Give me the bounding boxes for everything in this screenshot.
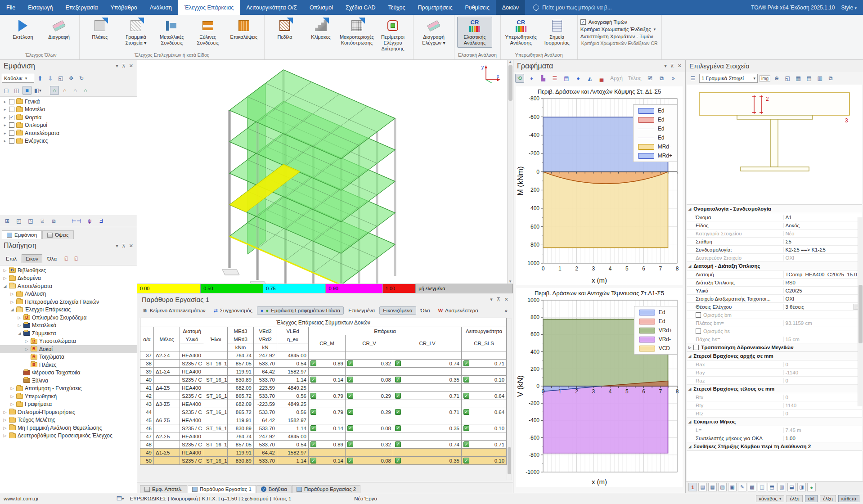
tool-icon-5[interactable]: ▣ (728, 483, 737, 491)
expand-icon[interactable]: ▷ (10, 394, 14, 399)
ribbon-button-περίμετροι-ελέγχου-διάτρησης[interactable]: Περίμετροι Ελέγχου Διάτρησης (375, 17, 410, 54)
tool-icon-10[interactable]: ▥ (778, 483, 786, 491)
model-view-icon[interactable]: ⌂ (50, 86, 59, 95)
tool-icon-3[interactable]: ▦ (708, 483, 717, 491)
col-crlv[interactable]: CR_LV (393, 335, 462, 351)
expand-icon[interactable]: ▷ (10, 292, 14, 296)
prop-row-21[interactable]: Ray-1140 (687, 369, 862, 377)
col-crsls[interactable]: CR_SLS (462, 335, 507, 351)
nav-item-αποτίμηση---ενισχύσεις[interactable]: ▷Αποτίμηση - Ενισχύσεις (0, 385, 137, 393)
nav-tab-εικον[interactable]: Εικον (22, 254, 42, 263)
grid-b-icon[interactable]: ▤ (805, 74, 814, 83)
prop-row-4[interactable]: Κατηγορία ΣτοιχείουΝέο (687, 230, 862, 238)
properties-icon[interactable]: 🗈 (49, 216, 58, 225)
charts-close-icon[interactable]: ✕ (678, 63, 682, 69)
expand-icon[interactable]: ▸ (3, 139, 7, 143)
chart-edit-icon[interactable]: 🗹 (645, 74, 654, 83)
tree-checkbox[interactable] (9, 130, 14, 136)
prop-row-7[interactable]: Δευτερεύον ΣτοιχείοΟΧΙ (687, 254, 862, 262)
nav-item-τοιχώματα[interactable]: ΒΤοιχώματα (0, 353, 137, 361)
table-row-42[interactable]: 42S235 / CST_16_12865.72533.700.56✓0.79✓… (140, 392, 507, 400)
prop-row-2[interactable]: ΌνομαΔ1 (687, 213, 862, 221)
nav-item-τεύχος-μελέτης[interactable]: ▷Τεύχος Μελέτης (0, 416, 137, 424)
prop-row-26[interactable]: Rtz0 (687, 410, 862, 418)
prop-row-25[interactable]: Rty1140 (687, 401, 862, 410)
snap-toggle-2[interactable]: έλξη (787, 495, 802, 502)
tool-icon-6[interactable]: ✎ (738, 483, 746, 491)
charts-pin-icon[interactable]: ⊼ (670, 63, 674, 69)
select-add-icon[interactable]: ⊞ (3, 216, 12, 225)
col-vled[interactable]: VLEd (277, 327, 309, 335)
table-row-41[interactable]: 41Δ4-Σ5HEA400682.09223.594849.25 (140, 384, 507, 392)
col-diatomi[interactable]: Διατομή (180, 327, 204, 335)
nav-item-υποστυλώματα[interactable]: ▷ΒΥποστυλώματα (0, 338, 137, 346)
viewport-scrollbar[interactable]: ▲ ▼ (507, 60, 513, 284)
render-view-icon[interactable]: ⌂ (81, 86, 90, 95)
chart-start-button[interactable]: Αρχή (609, 74, 624, 83)
expand-icon[interactable]: ▷ (3, 426, 7, 430)
chart-copy-icon[interactable]: ⧉ (657, 74, 666, 83)
col-crv[interactable]: CR_V (346, 335, 393, 351)
prop-row-12[interactable]: Στοιχείο Διαζωματικής Τοιχοποι...ΟΧΙ (687, 295, 862, 303)
menu-item-10[interactable]: Τεύχος (382, 0, 412, 15)
ribbon-button-κλίμακες[interactable]: Κλίμακες (303, 17, 338, 42)
tree-checkbox[interactable] (9, 122, 14, 128)
nav-item-βιβλιοθήκες[interactable]: ▷BΒιβλιοθήκες (0, 266, 137, 274)
code-settings[interactable]: ΕΥΡΩΚΩΔΙΚΕΣ | Ιδιομορφική | Κ.Π.Χ. | q=1… (130, 496, 292, 501)
table-row-44[interactable]: 44S235 / CST_16_12865.72533.700.56✓0.79✓… (140, 408, 507, 416)
frame-view-icon[interactable]: ⌂ (60, 86, 69, 95)
table-row-48[interactable]: 48S235 / CST_16_12857.05533.700.54✓0.89✓… (140, 441, 507, 449)
expand-icon[interactable]: ▷ (10, 300, 14, 304)
prop-row-17[interactable]: Πάχος hs=15 cm (687, 335, 862, 343)
prop-checkbox[interactable] (696, 312, 701, 318)
work-tool-4[interactable]: Επιλεγμένα (345, 306, 378, 315)
snap-toggle-3[interactable]: dxf (805, 495, 818, 502)
menu-item-8[interactable]: Οπλισμοί (303, 0, 339, 15)
menu-item-9[interactable]: Σχέδια CAD (339, 0, 382, 15)
prop-row-3[interactable]: ΕίδοςΔοκός (687, 221, 862, 230)
expand-icon[interactable]: ▷ (3, 276, 7, 280)
prop-row-11[interactable]: ΥλικόC20/25 (687, 287, 862, 295)
nav-item-έλεγχοι-επάρκειας[interactable]: ◢Έλεγχοι Επάρκειας (0, 306, 137, 314)
prop-row-28[interactable]: L=7.45 m (687, 426, 862, 434)
properties-scrollbar[interactable] (858, 217, 863, 406)
chart-area-icon[interactable]: ◭ (585, 74, 594, 83)
panel-collapse-icon[interactable]: ▾ (116, 63, 118, 69)
display-tab-1[interactable]: Εμφάνιση (2, 230, 42, 239)
prop-section-18[interactable]: ▷Τροποποίηση Αδρανειακών Μεγεθών (687, 343, 862, 352)
nav-item-ξύλινα[interactable]: Ξύλινα (0, 377, 137, 385)
copy-props-icon[interactable]: ⧉ (826, 74, 835, 83)
col-melos[interactable]: Μέλος (154, 327, 180, 351)
tool-icon-8[interactable]: ◫ (758, 483, 766, 491)
view-wireframe-icon[interactable]: ▢ (2, 86, 11, 95)
work-tab-1[interactable]: Εμφ. Αποτελ. (140, 485, 187, 493)
menu-item-3[interactable]: Επεξεργασία (59, 0, 104, 15)
view-hidden-icon[interactable]: ◫ (12, 86, 21, 95)
tree-checkbox[interactable] (9, 107, 14, 112)
tool-icon-2[interactable]: ▤ (698, 483, 707, 491)
prop-row-15[interactable]: Πλάτος bm=93.1159 cm (687, 319, 862, 327)
ribbon-option-3[interactable]: Αντιστοίχιση Χρωμάτων - Τιμών (580, 34, 659, 39)
tool-icon-9[interactable]: ⬒ (768, 483, 776, 491)
expand-icon[interactable]: ◢ (10, 307, 14, 312)
prop-row-6[interactable]: Συνδεσμολογία:K2-Σ5 ==> K1-Σ5 (687, 246, 862, 254)
expand-icon[interactable]: ▷ (3, 433, 7, 438)
pan-icon[interactable]: ✥ (67, 74, 76, 83)
expand-icon[interactable]: ▷ (3, 418, 7, 422)
table-row-43[interactable]: 43Δ3-Σ5HEA400682.09-223.594849.25 (140, 400, 507, 408)
table-row-50[interactable]: 50S235 / CST_16_12830.89533.701.14✓0.14✓… (140, 457, 507, 465)
expand-icon[interactable]: ▷ (24, 347, 29, 351)
col-crm[interactable]: CR_M (309, 335, 346, 351)
menu-item-12[interactable]: Ρυθμίσεις (458, 0, 495, 15)
grid-c-icon[interactable]: ▥ (815, 74, 824, 83)
prop-row-10[interactable]: Διάταξη ΌπλισηςRS0 (687, 279, 862, 287)
ribbon-button-μεταλλικές-συνδέσεις[interactable]: Μεταλλικές Συνδέσεις (154, 17, 189, 48)
nav-item-οπλισμένο-σκυρόδεμα[interactable]: ▷ΒΟπλισμένο Σκυρόδεμα (0, 314, 137, 322)
select-poly-icon[interactable]: ◳ (26, 216, 35, 225)
tree-checkbox[interactable] (9, 99, 14, 104)
chart-bars-blue-icon[interactable]: ▤ (562, 74, 571, 83)
chart-hist-icon[interactable]: ▄ (597, 74, 606, 83)
work-tab-3[interactable]: ?Βοήθεια (256, 485, 292, 493)
table-scrollbar[interactable] (507, 319, 512, 480)
nav-tab-όλα[interactable]: Όλα (43, 254, 61, 263)
